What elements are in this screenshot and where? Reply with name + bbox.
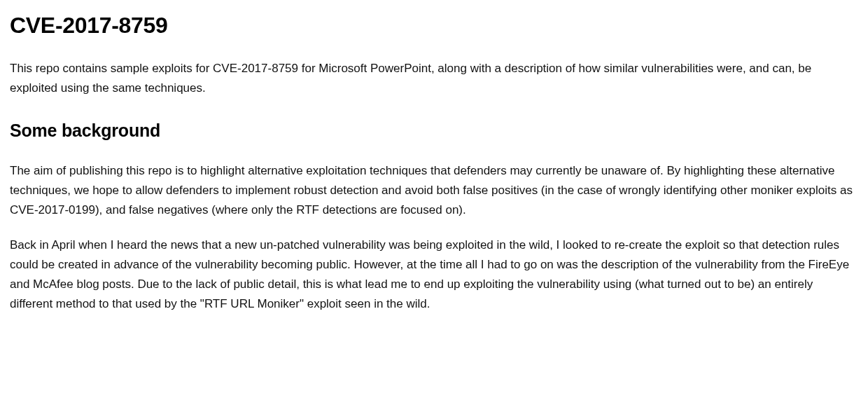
background-paragraph-2: Back in April when I heard the news that… — [10, 235, 858, 314]
intro-paragraph: This repo contains sample exploits for C… — [10, 59, 858, 98]
document-title: CVE-2017-8759 — [10, 8, 858, 42]
section-heading-background: Some background — [10, 118, 858, 144]
background-paragraph-1: The aim of publishing this repo is to hi… — [10, 161, 858, 220]
readme-document: CVE-2017-8759 This repo contains sample … — [10, 8, 858, 314]
